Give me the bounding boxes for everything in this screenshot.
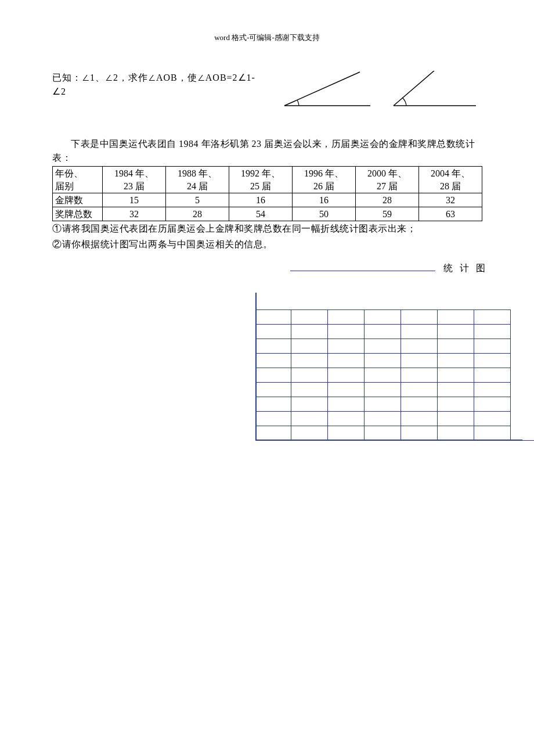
col-header-5: 2004 年、 28 届 — [419, 167, 482, 193]
col-bot: 25 届 — [250, 181, 271, 191]
grid-row — [255, 426, 511, 426]
chart-title-blank[interactable] — [290, 263, 435, 271]
angle-2-svg — [383, 71, 482, 111]
chart-y-axis — [255, 293, 257, 441]
chart-title-suffix: 统 计 图 — [443, 263, 488, 273]
grid-col — [437, 309, 438, 441]
row-header-edition: 届别 — [55, 181, 74, 191]
angle-2-figure — [383, 71, 482, 111]
grid-col — [291, 309, 291, 441]
cell-gold-5: 32 — [419, 193, 482, 207]
grid-row — [255, 324, 511, 325]
grid-row — [255, 309, 511, 310]
col-top: 1984 年、 — [114, 168, 154, 178]
cell-total-2: 54 — [229, 207, 293, 221]
cell-total-4: 59 — [356, 207, 419, 221]
cell-total-0: 32 — [103, 207, 166, 221]
grid-col — [400, 309, 401, 441]
question-2: ②请你根据统计图写出两条与中国奥运相关的信息。 — [52, 237, 482, 252]
angle-1-svg — [273, 71, 377, 111]
question-1: ①请将我国奥运代表团在历届奥运会上金牌和奖牌总数在同一幅折线统计图表示出来； — [52, 221, 482, 236]
grid-row — [255, 353, 511, 354]
cell-total-1: 28 — [166, 207, 229, 221]
col-bot: 27 届 — [377, 181, 398, 191]
chart-x-axis-ext — [522, 440, 534, 441]
cell-gold-1: 5 — [166, 193, 229, 207]
col-bot: 28 届 — [440, 181, 461, 191]
cell-total-3: 50 — [293, 207, 356, 221]
grid-row — [255, 368, 511, 368]
svg-line-1 — [284, 72, 360, 106]
chart-grid — [255, 293, 522, 441]
chart-x-axis — [255, 440, 522, 441]
grid-col — [327, 309, 328, 441]
col-bot: 24 届 — [187, 181, 208, 191]
col-top: 2004 年、 — [431, 168, 470, 178]
grid-col — [364, 309, 365, 441]
row-label-gold: 金牌数 — [53, 193, 103, 207]
page-header: word 格式-可编辑-感谢下载支持 — [0, 0, 534, 43]
chart-area: 统 计 图 — [255, 262, 528, 441]
cell-gold-4: 28 — [356, 193, 419, 207]
col-top: 1992 年、 — [241, 168, 280, 178]
grid-row — [255, 339, 511, 339]
problem-1-text: 已知：∠1、∠2，求作∠AOB，使∠AOB=2∠1-∠2 — [52, 71, 267, 99]
col-top: 1988 年、 — [178, 168, 217, 178]
table-header-row: 年份、 届别 1984 年、 23 届 1988 年、 24 届 1992 年、… — [53, 167, 482, 193]
grid-row — [255, 397, 511, 397]
olympic-data-table: 年份、 届别 1984 年、 23 届 1988 年、 24 届 1992 年、… — [52, 166, 482, 221]
col-bot: 26 届 — [313, 181, 334, 191]
col-bot: 23 届 — [124, 181, 145, 191]
col-header-4: 2000 年、 27 届 — [356, 167, 419, 193]
grid-row — [255, 411, 511, 412]
angle-1-figure — [273, 71, 377, 111]
chart-title-row: 统 计 图 — [255, 262, 528, 276]
col-top: 2000 年、 — [367, 168, 407, 178]
table-row-total: 奖牌总数 32 28 54 50 59 63 — [53, 207, 482, 221]
grid-col — [474, 309, 474, 441]
cell-gold-3: 16 — [293, 193, 356, 207]
svg-line-3 — [394, 71, 435, 106]
col-header-2: 1992 年、 25 届 — [229, 167, 293, 193]
cell-gold-0: 15 — [103, 193, 166, 207]
problem-1: 已知：∠1、∠2，求作∠AOB，使∠AOB=2∠1-∠2 — [52, 71, 482, 111]
grid-row — [255, 382, 511, 383]
cell-total-5: 63 — [419, 207, 482, 221]
col-header-1: 1988 年、 24 届 — [166, 167, 229, 193]
col-header-0: 1984 年、 23 届 — [103, 167, 166, 193]
row-header-year: 年份、 — [55, 168, 83, 178]
page-content: 已知：∠1、∠2，求作∠AOB，使∠AOB=2∠1-∠2 下表是中国奥运代表团自… — [0, 71, 534, 441]
cell-gold-2: 16 — [229, 193, 293, 207]
col-top: 1996 年、 — [304, 168, 344, 178]
row-label-total: 奖牌总数 — [53, 207, 103, 221]
problem-2-intro: 下表是中国奥运代表团自 1984 年洛杉矶第 23 届奥运会以来，历届奥运会的金… — [52, 137, 482, 165]
grid-col — [510, 309, 511, 441]
row-header-year-edition: 年份、 届别 — [53, 167, 103, 193]
col-header-3: 1996 年、 26 届 — [293, 167, 356, 193]
table-row-gold: 金牌数 15 5 16 16 28 32 — [53, 193, 482, 207]
